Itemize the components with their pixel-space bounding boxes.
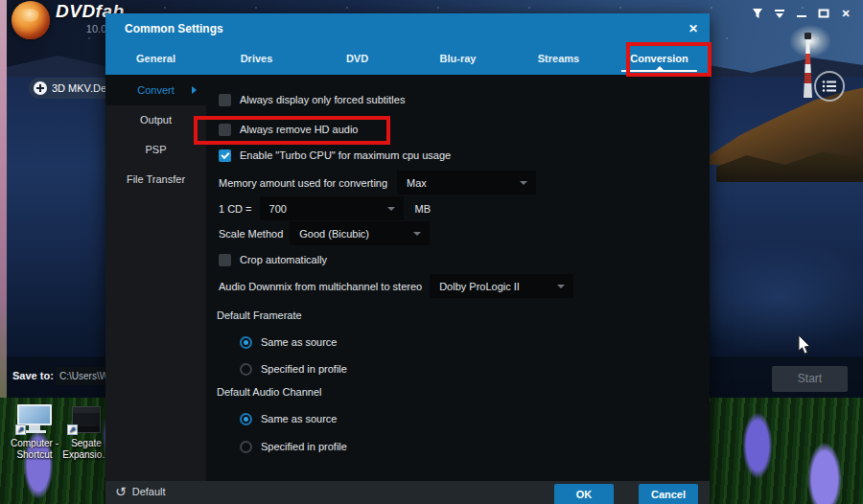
default-button[interactable]: ↺ Default — [115, 484, 166, 499]
sidebar-item-output[interactable]: Output — [105, 105, 206, 135]
row-forced-subtitles: Always display only forced subtitles — [219, 90, 405, 109]
menu-caret-icon[interactable] — [774, 8, 785, 19]
scale-label: Scale Method — [219, 228, 283, 240]
radio-audio-channel-specified-in-profile[interactable] — [240, 441, 252, 453]
start-button[interactable]: Start — [772, 366, 848, 392]
chevron-down-icon — [520, 181, 527, 185]
dvdfab-logo-icon — [12, 1, 50, 39]
save-to-label: Save to: — [12, 370, 54, 381]
chevron-right-icon — [192, 86, 197, 94]
minimize-icon[interactable] — [796, 8, 807, 19]
row-audio-channel-profile: Specified in profile — [240, 437, 347, 456]
list-icon — [822, 80, 837, 93]
downmix-label: Audio Downmix from multichannel to stere… — [219, 281, 422, 292]
chevron-down-icon — [413, 232, 421, 236]
promo-funnel-icon[interactable] — [752, 8, 763, 19]
window-controls: ✕ — [752, 8, 851, 19]
screen: ✕ DVDfab 10.0.3.9 3D MKV.Defa Save to: — [0, 0, 863, 504]
active-tab-underline — [621, 70, 697, 72]
tab-drives[interactable]: Drives — [206, 44, 307, 75]
shortcut-arrow-icon: ↗ — [67, 424, 78, 435]
checkbox-turbo-cpu[interactable] — [219, 149, 231, 162]
settings-sidebar: Convert Output PSP File Transfer — [105, 75, 206, 481]
tab-dvd[interactable]: DVD — [307, 44, 408, 75]
dialog-header: Common Settings ✕ — [105, 13, 710, 44]
settings-content: Always display only forced subtitles Alw… — [206, 75, 710, 481]
checkbox-crop[interactable] — [219, 254, 231, 266]
maximize-icon[interactable] — [818, 8, 829, 19]
checkbox-label: Crop automatically — [240, 254, 327, 265]
window-close-icon[interactable]: ✕ — [840, 8, 851, 19]
desktop-icon-computer[interactable]: ↗ Computer - Shortcut — [6, 404, 63, 461]
save-to-input[interactable]: C:\Users\W — [56, 367, 112, 385]
default-button-label: Default — [132, 486, 166, 497]
lighthouse-top — [805, 33, 811, 39]
computer-icon — [17, 404, 52, 425]
row-framerate-profile: Specified in profile — [240, 359, 347, 378]
row-audio-downmix: Audio Downmix from multichannel to stere… — [219, 274, 573, 298]
row-audio-channel-same: Same as source — [240, 409, 337, 428]
row-turbo-cpu: Enable "Turbo CPU" for maximum cpu usage — [219, 146, 451, 165]
cd-label: 1 CD = — [219, 203, 252, 215]
reset-icon: ↺ — [115, 484, 127, 499]
radio-label: Same as source — [261, 336, 337, 348]
tab-bar: General Drives DVD Blu-ray Streams Conve… — [105, 44, 710, 75]
plus-icon — [34, 81, 47, 95]
dialog-title: Common Settings — [125, 22, 223, 35]
sidebar-item-psp[interactable]: PSP — [105, 135, 206, 165]
desktop-icon-label: Computer - Shortcut — [6, 438, 63, 461]
scale-method-dropdown[interactable]: Good (Bicubic) — [290, 221, 430, 245]
memory-label: Memory amount used for converting — [219, 177, 387, 189]
chevron-down-icon — [557, 285, 565, 288]
checkbox-label: Always remove HD audio — [240, 124, 359, 135]
radio-label: Specified in profile — [261, 441, 347, 452]
default-framerate-heading: Default Framerate — [217, 306, 302, 325]
tab-general[interactable]: General — [105, 44, 206, 75]
checkbox-label: Always display only forced subtitles — [240, 94, 405, 105]
close-icon[interactable]: ✕ — [685, 20, 702, 37]
row-scale-method: Scale Method Good (Bicubic) — [219, 221, 430, 245]
ok-button[interactable]: OK — [554, 484, 614, 504]
shortcut-arrow-icon: ↗ — [15, 424, 26, 435]
mouse-cursor — [798, 335, 813, 360]
audio-downmix-dropdown[interactable]: Dolby ProLogic II — [430, 274, 573, 298]
lighthouse-glow — [789, 25, 831, 57]
sidebar-item-file-transfer[interactable]: File Transfer — [105, 165, 206, 195]
radio-label: Specified in profile — [261, 363, 347, 375]
dialog-footer: ↺ Default OK Cancel — [105, 481, 710, 504]
common-settings-dialog: Common Settings ✕ General Drives DVD Blu… — [105, 13, 710, 504]
tab-conversion[interactable]: Conversion — [609, 44, 710, 75]
sidebar-item-convert[interactable]: Convert — [105, 75, 206, 105]
radio-framerate-same-as-source[interactable] — [240, 336, 252, 349]
profile-pill-label: 3D MKV.Defa — [52, 82, 112, 94]
default-audio-channel-heading: Default Audio Channel — [217, 382, 321, 401]
radio-label: Same as source — [261, 413, 337, 424]
radio-audio-channel-same-as-source[interactable] — [240, 413, 252, 425]
cd-unit-label: MB — [415, 203, 432, 215]
memory-dropdown[interactable]: Max — [397, 171, 536, 195]
row-memory: Memory amount used for converting Max — [219, 171, 536, 195]
queue-list-button[interactable] — [814, 71, 845, 102]
checkbox-label: Enable "Turbo CPU" for maximum cpu usage — [240, 149, 451, 161]
tab-bluray[interactable]: Blu-ray — [408, 44, 508, 75]
tab-streams[interactable]: Streams — [508, 44, 609, 75]
row-cd-size: 1 CD = 700 MB — [219, 196, 431, 220]
active-tab-caret — [656, 66, 664, 70]
chevron-down-icon — [387, 207, 395, 211]
cancel-button[interactable]: Cancel — [639, 484, 698, 504]
cd-size-dropdown[interactable]: 700 — [260, 196, 404, 220]
profile-pill-button[interactable]: 3D MKV.Defa — [29, 78, 112, 99]
row-remove-hd-audio: Always remove HD audio — [219, 120, 359, 139]
checkbox-remove-hd-audio[interactable] — [219, 124, 231, 136]
dialog-body: Convert Output PSP File Transfer Always … — [105, 75, 710, 481]
row-crop: Crop automatically — [219, 250, 327, 269]
row-framerate-same: Same as source — [240, 332, 337, 352]
radio-framerate-specified-in-profile[interactable] — [240, 363, 252, 376]
checkbox-forced-subtitles[interactable] — [219, 94, 231, 106]
